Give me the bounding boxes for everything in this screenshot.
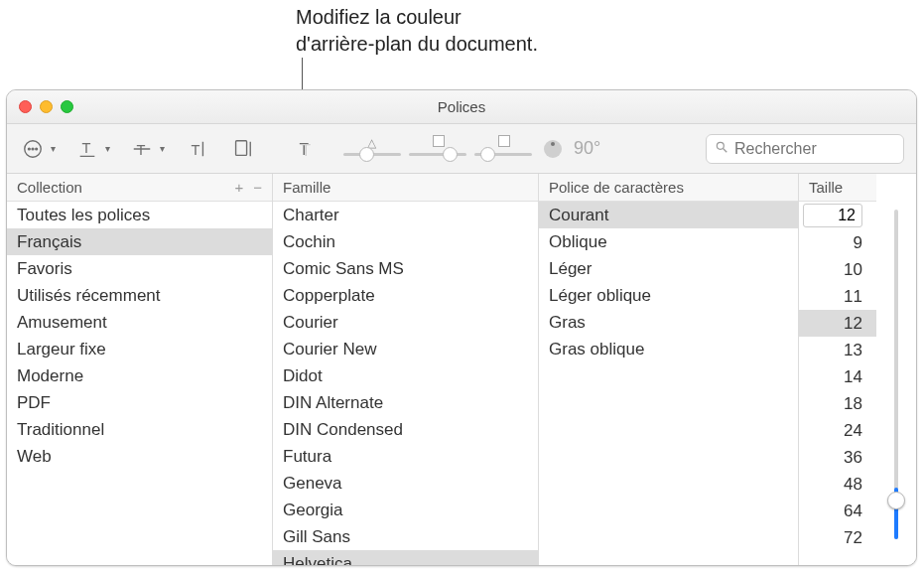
maximize-button[interactable] xyxy=(61,100,73,113)
family-item[interactable]: DIN Alternate xyxy=(273,389,538,416)
collection-item[interactable]: Traditionnel xyxy=(7,416,272,443)
svg-text:T: T xyxy=(82,139,91,155)
svg-point-2 xyxy=(32,148,34,150)
svg-point-1 xyxy=(28,148,30,150)
typeface-column: Police de caractères CourantObliqueLéger… xyxy=(539,174,799,565)
size-item[interactable]: 12 xyxy=(799,310,876,337)
shadow-blur-slider[interactable] xyxy=(409,137,466,161)
typeface-list[interactable]: CourantObliqueLégerLéger obliqueGrasGras… xyxy=(539,202,798,565)
size-item[interactable]: 18 xyxy=(799,390,876,417)
collection-item[interactable]: Largeur fixe xyxy=(7,336,272,362)
family-item[interactable]: Charter xyxy=(273,202,538,228)
collection-item[interactable]: Français xyxy=(7,228,272,255)
collection-item[interactable]: Utilisés récemment xyxy=(7,282,272,309)
chevron-down-icon: ▾ xyxy=(160,143,165,154)
fonts-window: Polices ▾ T ▾ T ▾ T TT xyxy=(6,89,917,566)
collection-item[interactable]: Amusement xyxy=(7,309,272,336)
document-background-color-button[interactable] xyxy=(228,135,256,163)
typeface-item[interactable]: Léger xyxy=(539,255,798,282)
shadow-opacity-slider[interactable]: △ xyxy=(343,137,401,161)
svg-point-14 xyxy=(717,142,724,149)
family-item[interactable]: Cochin xyxy=(273,228,538,255)
family-header-label: Famille xyxy=(283,179,330,196)
family-item[interactable]: Gill Sans xyxy=(273,523,538,550)
size-column: Taille 91011121314182436486472 xyxy=(799,174,916,565)
size-item[interactable]: 48 xyxy=(799,471,876,498)
close-button[interactable] xyxy=(19,100,32,113)
callout-line2: d'arrière-plan du document. xyxy=(296,31,538,58)
shadow-angle-dial[interactable] xyxy=(544,140,562,158)
typeface-item[interactable]: Gras oblique xyxy=(539,336,798,362)
size-item[interactable]: 13 xyxy=(799,337,876,363)
family-item[interactable]: Comic Sans MS xyxy=(273,255,538,282)
size-item[interactable]: 9 xyxy=(799,229,876,256)
size-header: Taille xyxy=(799,174,876,202)
svg-rect-10 xyxy=(236,140,247,155)
collection-item[interactable]: Moderne xyxy=(7,362,272,389)
collection-list[interactable]: Toutes les policesFrançaisFavorisUtilisé… xyxy=(7,202,272,565)
shadow-offset-slider[interactable] xyxy=(474,137,532,161)
family-item[interactable]: Courier xyxy=(273,309,538,336)
chevron-down-icon: ▾ xyxy=(51,143,56,154)
family-item[interactable]: DIN Condensed xyxy=(273,416,538,443)
text-shadow-button[interactable]: TT xyxy=(292,135,320,163)
square-icon xyxy=(498,135,510,147)
window-title: Polices xyxy=(438,98,485,115)
size-item[interactable]: 11 xyxy=(799,283,876,310)
collection-item[interactable]: Favoris xyxy=(7,255,272,282)
titlebar: Polices xyxy=(7,90,916,124)
size-item[interactable]: 36 xyxy=(799,444,876,471)
callout-line1: Modifiez la couleur xyxy=(296,4,538,31)
svg-point-3 xyxy=(36,148,38,150)
chevron-down-icon: ▾ xyxy=(105,143,110,154)
size-input[interactable] xyxy=(803,204,862,227)
search-field[interactable] xyxy=(706,134,904,164)
collection-item[interactable]: Web xyxy=(7,443,272,470)
svg-text:T: T xyxy=(192,141,200,157)
window-controls xyxy=(7,100,73,113)
size-item[interactable]: 10 xyxy=(799,256,876,283)
font-columns: Collection + − Toutes les policesFrançai… xyxy=(7,174,916,565)
add-collection-button[interactable]: + xyxy=(234,179,243,196)
family-list[interactable]: CharterCochinComic Sans MSCopperplateCou… xyxy=(273,202,538,565)
typeface-header-label: Police de caractères xyxy=(549,179,684,196)
size-item[interactable]: 24 xyxy=(799,417,876,444)
size-item[interactable]: 72 xyxy=(799,524,876,551)
size-item[interactable]: 14 xyxy=(799,363,876,390)
family-item[interactable]: Didot xyxy=(273,362,538,389)
typeface-item[interactable]: Léger oblique xyxy=(539,282,798,309)
size-header-label: Taille xyxy=(809,179,843,196)
strikethrough-icon: T xyxy=(128,135,156,163)
underline-menu[interactable]: T ▾ xyxy=(73,135,110,163)
typeface-item[interactable]: Gras xyxy=(539,309,798,336)
square-icon xyxy=(433,135,445,147)
remove-collection-button[interactable]: − xyxy=(253,179,262,196)
family-item[interactable]: Copperplate xyxy=(273,282,538,309)
more-icon xyxy=(19,135,47,163)
family-header: Famille xyxy=(273,174,538,202)
family-item[interactable]: Georgia xyxy=(273,497,538,523)
collection-item[interactable]: Toutes les polices xyxy=(7,202,272,228)
strikethrough-menu[interactable]: T ▾ xyxy=(128,135,165,163)
minimize-button[interactable] xyxy=(40,100,53,113)
toolbar: ▾ T ▾ T ▾ T TT △ xyxy=(7,124,916,174)
family-column: Famille CharterCochinComic Sans MSCopper… xyxy=(273,174,539,565)
typeface-header: Police de caractères xyxy=(539,174,798,202)
family-item[interactable]: Geneva xyxy=(273,470,538,497)
shadow-sliders: △ 90° xyxy=(343,137,600,161)
size-slider[interactable] xyxy=(876,174,916,551)
size-list[interactable]: 91011121314182436486472 xyxy=(799,229,876,551)
family-item[interactable]: Futura xyxy=(273,443,538,470)
underline-icon: T xyxy=(73,135,101,163)
shadow-angle-label: 90° xyxy=(574,138,600,159)
typeface-item[interactable]: Courant xyxy=(539,202,798,228)
collection-item[interactable]: PDF xyxy=(7,389,272,416)
family-item[interactable]: Courier New xyxy=(273,336,538,362)
typeface-item[interactable]: Oblique xyxy=(539,228,798,255)
actions-menu[interactable]: ▾ xyxy=(19,135,56,163)
family-item[interactable]: Helvetica xyxy=(273,550,538,565)
text-color-button[interactable]: T xyxy=(183,135,210,163)
search-input[interactable] xyxy=(734,140,895,158)
svg-line-15 xyxy=(724,148,727,152)
size-item[interactable]: 64 xyxy=(799,498,876,524)
